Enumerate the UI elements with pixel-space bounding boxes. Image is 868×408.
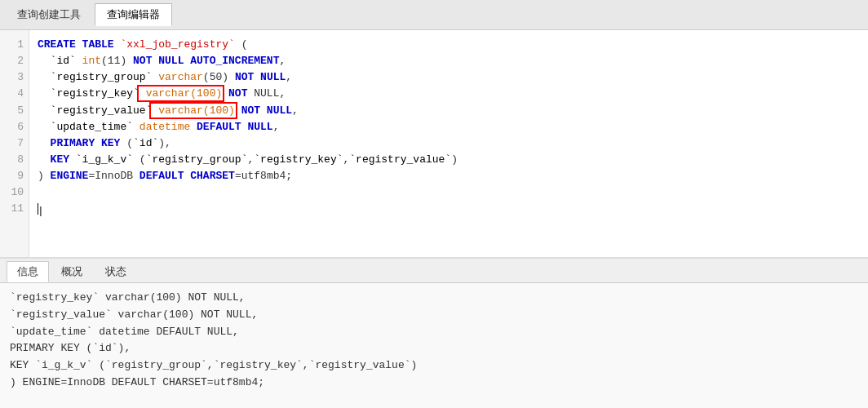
line-numbers: 1 2 3 4 5 6 7 8 9 10 11 (0, 30, 29, 257)
tab-query-builder[interactable]: 查询创建工具 (5, 3, 93, 26)
code-editor[interactable]: CREATE TABLE `xxl_job_registry` ( `id` i… (29, 30, 868, 257)
tab-overview[interactable]: 概况 (51, 261, 93, 282)
tab-status[interactable]: 状态 (95, 261, 137, 282)
col-id: `id` (38, 55, 76, 67)
tab-query-editor[interactable]: 查询编辑器 (95, 3, 172, 26)
tab-info[interactable]: 信息 (7, 261, 49, 282)
info-panel: 信息 概况 状态 `registry_key` varchar(100) NOT… (0, 259, 868, 408)
col-registry-key: `registry_key` (38, 87, 140, 100)
highlight-registry-key: varchar(100) (140, 87, 222, 100)
keyword: CREATE TABLE (38, 38, 120, 51)
col-registry-value: `registry_value` (38, 104, 152, 117)
text-cursor: | (38, 203, 38, 215)
col-registry-group: `registry_group` (38, 71, 152, 83)
highlight-registry-value: varchar(100) (152, 104, 234, 117)
editor-area: 1 2 3 4 5 6 7 8 9 10 11 CREATE TABLE `xx… (0, 30, 868, 259)
toolbar: 查询创建工具 查询编辑器 (0, 0, 868, 30)
info-tab-bar: 信息 概况 状态 (0, 259, 868, 283)
col-update-time: `update_time` (38, 121, 133, 133)
table-name: `xxl_job_registry` (120, 38, 234, 51)
info-content: `registry_key` varchar(100) NOT NULL, `r… (0, 283, 868, 408)
